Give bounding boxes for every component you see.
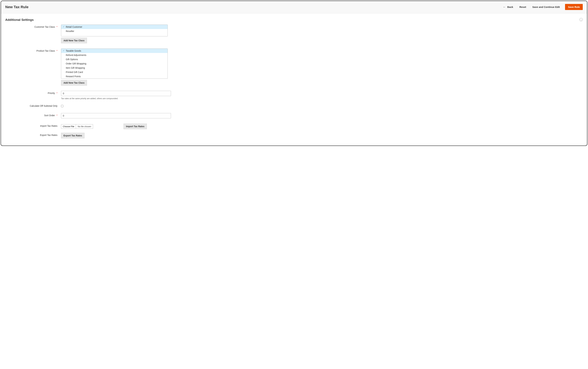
- row-priority: Priority * Tax rates at the same priorit…: [5, 91, 583, 100]
- label-export-tax-rates: Export Tax Rates: [5, 133, 61, 136]
- option-taxable-goods[interactable]: Taxable Goods: [61, 49, 168, 53]
- option-printed-gift-card[interactable]: Printed Gift Card: [61, 70, 168, 74]
- required-asterisk: *: [57, 50, 57, 52]
- row-product-tax-class: Product Tax Class * Taxable Goods Refund…: [5, 49, 583, 86]
- save-continue-button[interactable]: Save and Continue Edit: [531, 4, 561, 10]
- multiselect-customer-tax-class[interactable]: Retail Customer Reseller: [61, 25, 168, 36]
- row-customer-tax-class: Customer Tax Class * Retail Customer Res…: [5, 25, 583, 43]
- row-import-tax-rates: Import Tax Rates Choose File No file cho…: [5, 123, 583, 129]
- content-area: Additional Settings ⌄ Customer Tax Class…: [1, 13, 587, 145]
- label-customer-tax-class: Customer Tax Class *: [5, 25, 61, 28]
- row-export-tax-rates: Export Tax Rates Export Tax Rates: [5, 133, 583, 138]
- option-order-gift-wrapping[interactable]: Order Gift Wrapping: [61, 62, 168, 66]
- option-reward-points[interactable]: Reward Points: [61, 74, 168, 79]
- file-picker[interactable]: Choose File No file chosen: [61, 124, 93, 129]
- option-reseller[interactable]: Reseller: [61, 29, 168, 33]
- chevron-down-icon: ⌄: [580, 19, 582, 21]
- add-customer-tax-class-button[interactable]: Add New Tax Class: [61, 38, 87, 43]
- row-calc-off-subtotal: Calculate Off Subtotal Only: [5, 104, 583, 108]
- label-text-customer-tax-class: Customer Tax Class: [34, 26, 55, 28]
- export-tax-rates-button[interactable]: Export Tax Rates: [61, 133, 84, 138]
- control-product-tax-class: Taxable Goods Refund Adjustments Gift Op…: [61, 49, 168, 86]
- header-actions: ← Back Reset Save and Continue Edit Save…: [502, 4, 583, 10]
- collapse-toggle[interactable]: ⌄: [579, 18, 583, 21]
- calc-off-subtotal-checkbox[interactable]: [61, 105, 63, 107]
- section-title: Additional Settings: [5, 18, 583, 22]
- option-retail-customer[interactable]: Retail Customer: [61, 25, 168, 29]
- priority-hint: Tax rates at the same priority are added…: [61, 97, 171, 100]
- required-asterisk: *: [57, 114, 57, 117]
- import-tax-rates-button[interactable]: Import Tax Rates: [124, 123, 147, 129]
- back-arrow-icon: ←: [503, 6, 506, 8]
- label-import-tax-rates: Import Tax Rates: [5, 123, 61, 127]
- multiselect-product-tax-class[interactable]: Taxable Goods Refund Adjustments Gift Op…: [61, 49, 168, 79]
- choose-file-button[interactable]: Choose File: [61, 124, 76, 129]
- no-file-chosen-text: No file chosen: [76, 125, 93, 128]
- option-refund-adjustments[interactable]: Refund Adjustments: [61, 53, 168, 57]
- option-gift-options[interactable]: Gift Options: [61, 57, 168, 62]
- control-sort-order: [61, 113, 171, 118]
- label-priority: Priority *: [5, 91, 61, 94]
- control-import-tax-rates: Choose File No file chosen Import Tax Ra…: [61, 123, 168, 129]
- control-customer-tax-class: Retail Customer Reseller Add New Tax Cla…: [61, 25, 168, 43]
- back-label: Back: [507, 6, 513, 8]
- priority-input[interactable]: [61, 91, 171, 96]
- control-export-tax-rates: Export Tax Rates: [61, 133, 168, 138]
- label-text-sort-order: Sort Order: [44, 114, 55, 117]
- page-header: New Tax Rule ← Back Reset Save and Conti…: [1, 1, 587, 13]
- required-asterisk: *: [57, 26, 57, 28]
- label-sort-order: Sort Order *: [5, 113, 61, 117]
- label-calc-off-subtotal: Calculate Off Subtotal Only: [5, 104, 61, 107]
- save-rule-button[interactable]: Save Rule: [565, 4, 583, 10]
- label-text-product-tax-class: Product Tax Class: [36, 50, 55, 52]
- page-title: New Tax Rule: [5, 5, 28, 9]
- reset-button[interactable]: Reset: [518, 4, 527, 10]
- sort-order-input[interactable]: [61, 113, 171, 118]
- add-product-tax-class-button[interactable]: Add New Tax Class: [61, 80, 87, 86]
- row-sort-order: Sort Order *: [5, 113, 583, 118]
- control-priority: Tax rates at the same priority are added…: [61, 91, 171, 100]
- control-calc-off-subtotal: [61, 104, 168, 108]
- label-text-priority: Priority: [48, 92, 55, 94]
- label-product-tax-class: Product Tax Class *: [5, 49, 61, 52]
- required-asterisk: *: [57, 92, 57, 94]
- option-item-gift-wrapping[interactable]: Item Gift Wrapping: [61, 66, 168, 70]
- back-button[interactable]: ← Back: [502, 4, 514, 10]
